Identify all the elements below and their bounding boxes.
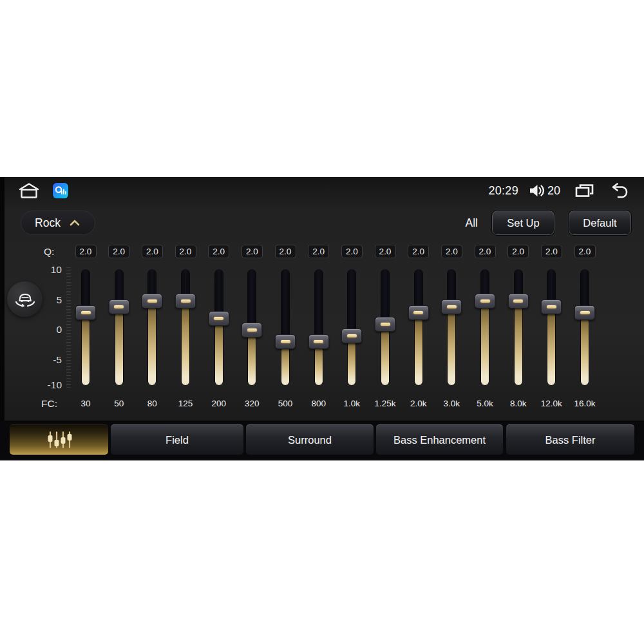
axis-tick-neg10: -10 [32,379,62,391]
q-value-2.0k: 2.0 [408,245,429,258]
gain-slider-1.0k[interactable] [340,267,363,391]
volume-indicator: 20 [529,184,560,198]
slider-handle-500[interactable] [275,334,296,349]
equalizer-screen: 20:29 20 Rock [0,177,644,460]
volume-level: 20 [547,184,560,198]
gain-slider-800[interactable] [307,267,330,391]
gain-slider-2.0k[interactable] [407,267,430,391]
gain-slider-500[interactable] [274,267,297,391]
eq-sliders-icon [44,430,74,450]
slider-handle-3.0k[interactable] [441,299,462,314]
slider-handle-200[interactable] [209,311,229,326]
handle-grip-mark [347,334,357,337]
tab-surround-label: Surround [288,434,332,446]
gain-slider-1.25k[interactable] [374,267,397,391]
q-value-3.0k: 2.0 [441,245,462,258]
fc-value-30: 30 [68,399,104,408]
tab-surround[interactable]: Surround [246,424,374,455]
slider-fill [82,317,90,385]
recent-apps-icon[interactable] [574,183,594,199]
fc-value-3.0k: 3.0k [433,399,469,408]
slider-fill [381,329,389,385]
slider-handle-1.25k[interactable] [375,317,395,332]
handle-grip-mark [247,328,257,332]
all-label[interactable]: All [466,216,478,230]
fc-value-1.25k: 1.25k [367,399,403,408]
gain-slider-12.0k[interactable] [540,267,563,391]
q-value-800: 2.0 [308,245,329,258]
slider-fill [348,341,355,385]
q-row-title: Q: [44,246,54,258]
slider-handle-50[interactable] [109,299,129,314]
gain-slider-16.0k[interactable] [573,267,596,391]
fc-value-200: 200 [201,399,237,408]
slider-handle-30[interactable] [75,305,96,320]
back-icon[interactable] [609,183,630,199]
fc-value-500: 500 [267,399,303,408]
fc-row-title: FC: [41,398,57,410]
q-value-1.25k: 2.0 [375,245,396,258]
handle-grip-mark [480,299,490,303]
tab-field[interactable]: Field [111,424,243,455]
q-value-200: 2.0 [208,245,229,258]
default-button[interactable]: Default [569,211,631,235]
gain-slider-30[interactable] [74,267,97,391]
handle-grip-mark [147,299,157,303]
slider-fill [448,312,455,385]
fc-value-5.0k: 5.0k [467,399,503,408]
slider-handle-12.0k[interactable] [541,299,562,314]
slider-fill [547,312,555,385]
clock: 20:29 [488,184,518,198]
slider-handle-800[interactable] [308,334,329,349]
gain-slider-80[interactable] [140,267,164,391]
handle-grip-mark [447,305,457,308]
preset-dropdown[interactable]: Rock [21,211,95,235]
gain-slider-200[interactable] [207,267,231,391]
q-value-50: 2.0 [108,245,129,258]
slider-fill [148,306,156,385]
slider-fill [248,335,256,385]
fc-value-125: 125 [167,399,204,408]
q-value-12.0k: 2.0 [541,245,562,258]
equalizer-app-icon[interactable] [53,183,68,198]
fc-value-12.0k: 12.0k [533,399,569,408]
slider-fill [315,346,323,385]
handle-grip-mark [413,311,423,314]
slider-handle-1.0k[interactable] [341,328,362,343]
tab-bass-filter[interactable]: Bass Filter [506,424,634,455]
car-sound-position-button[interactable] [7,281,43,317]
handle-grip-mark [513,299,523,303]
slider-handle-16.0k[interactable] [574,305,595,320]
gain-slider-8.0k[interactable] [507,267,530,391]
slider-handle-2.0k[interactable] [408,305,429,320]
handle-grip-mark [214,317,223,320]
fc-value-8.0k: 8.0k [500,399,536,408]
slider-fill [115,312,123,385]
slider-handle-320[interactable] [242,323,262,337]
gain-slider-125[interactable] [174,267,197,391]
tab-bass-enhancement[interactable]: Bass Enhancement [376,424,503,455]
gain-slider-5.0k[interactable] [473,267,497,391]
fc-value-80: 80 [134,399,170,408]
fc-value-2.0k: 2.0k [401,399,437,408]
axis-tick-0: 0 [32,324,62,336]
slider-fill [481,306,489,385]
slider-handle-5.0k[interactable] [475,294,495,308]
slider-handle-8.0k[interactable] [508,294,529,308]
tab-equalizer[interactable] [10,424,108,455]
handle-grip-mark [580,311,590,314]
setup-button[interactable]: Set Up [492,211,554,235]
handle-grip-mark [81,311,91,314]
q-value-80: 2.0 [142,245,163,258]
slider-handle-80[interactable] [142,294,162,308]
tab-field-label: Field [166,434,189,446]
q-value-125: 2.0 [175,245,196,258]
home-icon[interactable] [18,182,40,200]
handle-grip-mark [314,340,323,343]
q-value-16.0k: 2.0 [574,245,596,258]
gain-slider-320[interactable] [240,267,263,391]
gain-slider-50[interactable] [108,267,131,391]
slider-handle-125[interactable] [175,294,196,308]
gain-slider-3.0k[interactable] [440,267,463,391]
screen-edge-shadow [0,177,5,460]
